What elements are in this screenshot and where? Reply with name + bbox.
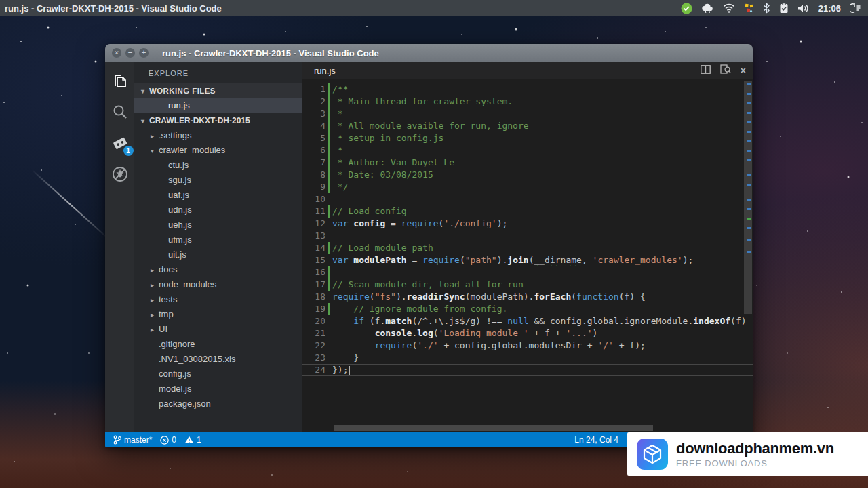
line-number: 22 <box>302 340 326 352</box>
code-text: if (f.match(/^.+\.js$/g) !== null && con… <box>332 315 753 327</box>
window-close-button[interactable]: × <box>112 48 121 58</box>
tree-item-ctu-js[interactable]: ctu.js <box>134 158 302 173</box>
code-line-9[interactable]: 9 */ <box>302 181 753 193</box>
volume-icon[interactable] <box>797 3 810 14</box>
git-branch-indicator[interactable]: master* <box>113 435 152 445</box>
line-number: 10 <box>302 193 326 205</box>
tree-item--settings[interactable]: ▸.settings <box>134 128 302 143</box>
code-line-24[interactable]: 24}); <box>302 364 753 376</box>
cloud-sync-icon[interactable] <box>701 3 714 13</box>
tree-item-tmp[interactable]: ▸tmp <box>134 307 302 322</box>
clipboard-check-icon[interactable] <box>779 3 789 14</box>
bluetooth-icon[interactable] <box>763 3 770 14</box>
tree-item--gitignore[interactable]: .gitignore <box>134 337 302 352</box>
search-icon[interactable] <box>111 102 130 121</box>
line-number: 23 <box>302 352 326 364</box>
window-title: run.js - Crawler-DKXT-DH-2015 - Visual S… <box>162 48 379 58</box>
tree-item-ufm-js[interactable]: ufm.js <box>134 232 302 247</box>
tree-item-model-js[interactable]: model.js <box>134 382 302 396</box>
line-number: 18 <box>302 291 326 303</box>
network-hub-icon[interactable] <box>744 3 754 14</box>
cube-logo-icon <box>637 439 668 470</box>
code-editor[interactable]: 1/**2 * Main thread for crawler system.3… <box>302 79 753 432</box>
tree-item-crawler-dkxt-dh-2015[interactable]: ▾CRAWLER-DKXT-DH-2015 <box>134 113 302 128</box>
line-number: 19 <box>302 303 326 315</box>
code-line-19[interactable]: 19 // Ignore module from config. <box>302 303 753 315</box>
tab-run-js[interactable]: run.js <box>314 66 336 76</box>
window-maximize-button[interactable]: + <box>139 48 149 58</box>
code-line-21[interactable]: 21 console.log('Loading module ' + f + '… <box>302 327 753 340</box>
tree-item-uaf-js[interactable]: uaf.js <box>134 188 302 203</box>
line-number: 2 <box>302 96 326 108</box>
tree-item-package-json[interactable]: package.json <box>134 396 302 411</box>
window-minimize-button[interactable]: − <box>125 48 135 58</box>
code-line-16[interactable]: 16 <box>302 266 753 279</box>
code-line-18[interactable]: 18require("fs").readdirSync(modulePath).… <box>302 291 753 303</box>
wifi-icon[interactable] <box>723 3 735 13</box>
line-number: 1 <box>302 83 326 96</box>
code-line-17[interactable]: 17// Scan module dir, load all for run <box>302 279 753 291</box>
horizontal-scrollbar-slider[interactable] <box>334 425 653 431</box>
code-line-11[interactable]: 11// Load config <box>302 205 753 218</box>
line-number: 20 <box>302 315 326 327</box>
code-line-15[interactable]: 15var modulePath = require("path").join(… <box>302 254 753 266</box>
tree-item-tests[interactable]: ▸tests <box>134 292 302 307</box>
tree-item-working-files[interactable]: ▾WORKING FILES <box>134 83 302 98</box>
code-line-5[interactable]: 5 * setup in config.js <box>302 132 753 144</box>
tree-item-node-modules[interactable]: ▸node_modules <box>134 277 302 292</box>
code-line-8[interactable]: 8 * Date: 03/08/2015 <box>302 169 753 181</box>
tree-item--nv1-03082015-xls[interactable]: .NV1_03082015.xls <box>134 352 302 367</box>
tree-item-config-js[interactable]: config.js <box>134 367 302 382</box>
overview-ruler-mark <box>747 227 751 229</box>
line-number: 16 <box>302 266 326 279</box>
code-line-13[interactable]: 13 <box>302 230 753 242</box>
watermark-subtitle: FREE DOWNLOADS <box>676 458 834 468</box>
text-cursor <box>349 366 350 375</box>
clock[interactable]: 21:06 <box>818 3 841 14</box>
code-line-12[interactable]: 12var config = require('./config'); <box>302 218 753 230</box>
tree-item-ueh-js[interactable]: ueh.js <box>134 218 302 232</box>
code-line-20[interactable]: 20 if (f.match(/^.+\.js$/g) !== null && … <box>302 315 753 327</box>
vscode-window: × − + run.js - Crawler-DKXT-DH-2015 - Vi… <box>105 44 753 447</box>
tree-item-run-js[interactable]: run.js <box>134 98 302 113</box>
vertical-scrollbar-slider[interactable] <box>744 81 752 314</box>
explorer-files-icon[interactable] <box>111 71 130 90</box>
gutter <box>326 327 332 340</box>
debug-icon[interactable] <box>111 165 130 184</box>
tree-item-uit-js[interactable]: uit.js <box>134 247 302 262</box>
errors-indicator[interactable]: 0 <box>160 435 176 445</box>
session-power-icon[interactable] <box>850 3 861 14</box>
tree-item-docs[interactable]: ▸docs <box>134 262 302 277</box>
code-line-7[interactable]: 7 * Author: Van-Duyet Le <box>302 157 753 169</box>
tree-item-udn-js[interactable]: udn.js <box>134 203 302 218</box>
tree-item-crawler-modules[interactable]: ▾crawler_modules <box>134 143 302 158</box>
code-line-3[interactable]: 3 * <box>302 108 753 120</box>
split-editor-icon[interactable] <box>701 64 711 77</box>
overview-ruler-mark <box>747 251 751 253</box>
window-titlebar[interactable]: × − + run.js - Crawler-DKXT-DH-2015 - Vi… <box>105 44 753 62</box>
code-line-1[interactable]: 1/** <box>302 83 753 96</box>
tree-item-sgu-js[interactable]: sgu.js <box>134 173 302 188</box>
watermark-banner: downloadphanmem.vn FREE DOWNLOADS <box>627 432 868 476</box>
tree-item-label: UI <box>159 324 167 334</box>
horizontal-scrollbar[interactable] <box>334 425 743 431</box>
code-line-2[interactable]: 2 * Main thread for crawler system. <box>302 96 753 108</box>
tree-item-label: .settings <box>159 130 191 140</box>
code-line-22[interactable]: 22 require('./' + config.global.modulesD… <box>302 340 753 352</box>
git-icon[interactable]: 1 <box>111 134 130 152</box>
code-text: var modulePath = require("path").join(__… <box>332 254 753 266</box>
code-line-10[interactable]: 10 <box>302 193 753 205</box>
git-branch-icon <box>113 435 121 445</box>
code-line-14[interactable]: 14// Load module path <box>302 242 753 254</box>
warnings-indicator[interactable]: 1 <box>184 435 201 445</box>
code-line-23[interactable]: 23 } <box>302 352 753 364</box>
code-line-6[interactable]: 6 * <box>302 144 753 157</box>
cursor-position[interactable]: Ln 24, Col 4 <box>574 435 618 445</box>
status-ok-icon[interactable] <box>681 3 692 14</box>
tree-item-ui[interactable]: ▸UI <box>134 322 302 337</box>
preview-icon[interactable] <box>720 64 731 77</box>
code-line-4[interactable]: 4 * All module avaible for run, ignore <box>302 120 753 132</box>
vertical-scrollbar[interactable] <box>744 79 752 424</box>
code-text: } <box>332 352 753 364</box>
close-editor-icon[interactable]: × <box>741 66 746 75</box>
